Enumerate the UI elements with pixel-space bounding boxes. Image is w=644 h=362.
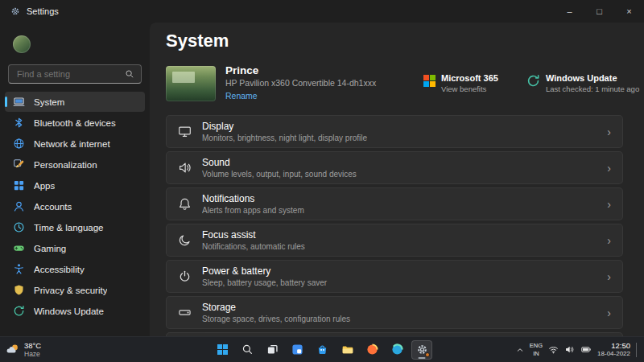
device-info: Prince HP Pavilion x360 Convertible 14-d… (225, 64, 423, 102)
taskbar-search-button[interactable] (237, 340, 258, 360)
store-button[interactable] (312, 340, 332, 360)
windows-update-tile[interactable]: Windows Update Last checked: 1 minute ag… (526, 73, 623, 93)
sidebar-item-accounts[interactable]: Accounts (5, 196, 145, 216)
card-subtitle: Alerts from apps and system (202, 206, 597, 215)
chevron-right-icon: › (607, 307, 611, 319)
card-subtitle: Storage space, drives, configuration rul… (202, 315, 597, 323)
card-title: Notifications (202, 193, 597, 204)
language-indicator[interactable]: ENG IN (530, 342, 543, 357)
avatar (13, 35, 31, 53)
card-title: Power & battery (202, 265, 597, 277)
accessibility-icon (13, 263, 25, 275)
task-view-button[interactable] (262, 340, 283, 360)
sidebar-item-time-language[interactable]: Time & language (5, 217, 145, 237)
sidebar-item-label: System (34, 97, 64, 107)
device-header: Prince HP Pavilion x360 Convertible 14-d… (166, 64, 623, 102)
microsoft-365-icon (423, 75, 436, 87)
display-icon (178, 125, 192, 138)
sidebar-item-system[interactable]: System (5, 92, 145, 112)
card-subtitle: Notifications, automatic rules (202, 242, 597, 251)
weather-widget-button[interactable]: 38°C Haze (6, 341, 41, 359)
card-subtitle: Monitors, brightness, night light, displ… (202, 134, 597, 142)
sidebar-item-windows-update[interactable]: Windows Update (5, 301, 145, 321)
sun-cloud-icon (6, 343, 19, 356)
sidebar-item-network-internet[interactable]: Network & internet (5, 134, 145, 154)
card-title: Display (202, 121, 597, 132)
chevron-right-icon: › (607, 126, 611, 138)
card-title: Focus assist (202, 229, 597, 241)
rename-link[interactable]: Rename (225, 91, 258, 101)
chevron-right-icon: › (607, 199, 611, 210)
sidebar-item-label: Windows Update (34, 306, 104, 316)
system-tray: ENG IN 12:50 18-04-2022 (516, 341, 639, 359)
bluetooth-icon (13, 117, 25, 129)
sidebar-item-label: Personalization (34, 160, 97, 170)
wifi-icon[interactable] (548, 344, 559, 355)
settings-app-button[interactable] (411, 340, 432, 360)
window-controls: – □ × (555, 0, 644, 23)
tray-chevron-up-icon[interactable] (516, 346, 524, 354)
main-content: System Prince HP Pavilion x360 Convertib… (150, 23, 644, 336)
card-display[interactable]: Display Monitors, brightness, night ligh… (166, 115, 623, 148)
task-view-icon (266, 343, 279, 356)
language-code: ENG (530, 342, 543, 349)
power-icon (178, 269, 192, 283)
search-box[interactable] (8, 64, 142, 84)
sidebar-item-bluetooth-devices[interactable]: Bluetooth & devices (5, 113, 145, 133)
sidebar-item-accessibility[interactable]: Accessibility (5, 259, 145, 279)
firefox-button[interactable] (361, 340, 382, 360)
windows-update-icon (13, 305, 25, 317)
windows-update-icon (526, 74, 540, 88)
edge-button[interactable] (386, 340, 407, 360)
sidebar-item-gaming[interactable]: Gaming (5, 238, 145, 258)
storage-icon (178, 306, 192, 319)
sidebar-item-apps[interactable]: Apps (5, 175, 145, 195)
search-input[interactable] (15, 68, 120, 80)
active-app-indicator (419, 357, 426, 359)
clock[interactable]: 12:50 18-04-2022 (597, 341, 630, 359)
maximize-button[interactable]: □ (584, 0, 614, 23)
card-power-battery[interactable]: Power & battery Sleep, battery usage, ba… (166, 260, 623, 293)
microsoft-365-tile[interactable]: Microsoft 365 View benefits (423, 73, 520, 93)
sidebar-item-label: Time & language (34, 223, 104, 232)
page-title: System (166, 31, 623, 51)
card-title: Storage (202, 302, 597, 313)
gaming-icon (13, 242, 25, 254)
winupdate-subtitle: Last checked: 1 minute ago (546, 84, 639, 93)
volume-icon[interactable] (564, 344, 575, 355)
card-storage[interactable]: Storage Storage space, drives, configura… (166, 296, 623, 329)
system-icon (13, 96, 25, 108)
notifications-icon (178, 197, 192, 211)
device-model: HP Pavilion x360 Convertible 14-dh1xxx (225, 78, 423, 88)
battery-icon[interactable] (580, 344, 592, 355)
widgets-button[interactable] (287, 340, 308, 360)
file-explorer-button[interactable] (336, 340, 357, 360)
chevron-right-icon: › (607, 162, 611, 174)
sidebar-item-label: Accessibility (34, 265, 85, 274)
card-focus-assist[interactable]: Focus assist Notifications, automatic ru… (166, 224, 623, 257)
minimize-button[interactable]: – (555, 0, 584, 23)
card-sound[interactable]: Sound Volume levels, output, input, soun… (166, 151, 623, 184)
start-button[interactable] (212, 340, 233, 360)
settings-gear-icon (10, 6, 20, 16)
show-desktop-button[interactable] (636, 343, 639, 357)
start-icon (217, 344, 228, 355)
card-subtitle: Volume levels, output, input, sound devi… (202, 170, 597, 179)
card-subtitle: Sleep, battery usage, battery saver (202, 278, 597, 287)
sidebar-item-privacy-security[interactable]: Privacy & security (5, 280, 145, 300)
tray-date: 18-04-2022 (597, 350, 630, 358)
shield-icon (13, 284, 25, 296)
sidebar-nav: System Bluetooth & devices Network & int… (0, 92, 150, 321)
settings-update-badge (425, 352, 430, 357)
device-thumbnail (166, 66, 216, 101)
weather-temp: 38°C (24, 341, 41, 350)
region-code: IN (530, 350, 543, 357)
sidebar-item-label: Network & internet (34, 139, 110, 149)
taskbar-apps (212, 340, 432, 360)
sidebar-item-label: Apps (34, 181, 55, 191)
sidebar-item-label: Gaming (34, 244, 66, 253)
sidebar-item-personalization[interactable]: Personalization (5, 154, 145, 175)
account-button[interactable] (0, 34, 150, 55)
close-button[interactable]: × (614, 0, 644, 23)
card-notifications[interactable]: Notifications Alerts from apps and syste… (166, 187, 623, 220)
